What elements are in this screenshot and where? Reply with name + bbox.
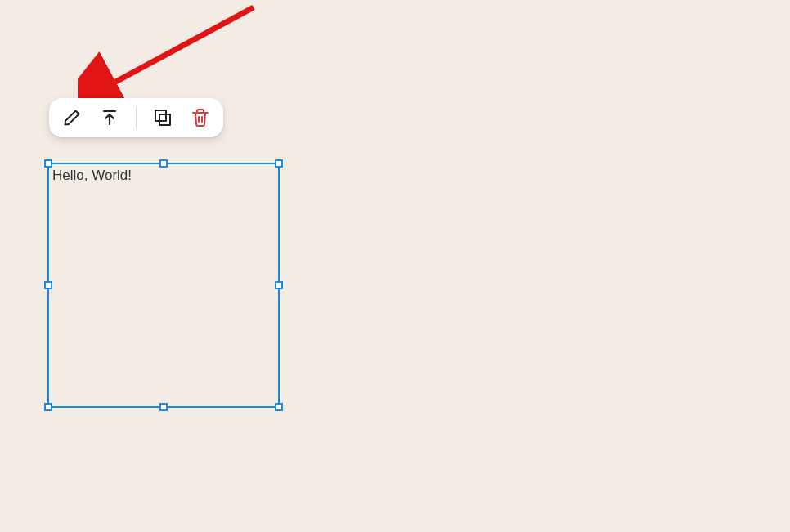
resize-handle-bottom-middle[interactable] <box>159 403 168 411</box>
resize-handle-top-left[interactable] <box>44 159 52 168</box>
pencil-icon <box>62 108 82 127</box>
annotation-arrow-icon <box>78 4 266 110</box>
resize-handle-middle-right[interactable] <box>275 281 283 289</box>
bring-to-front-button[interactable] <box>98 106 121 129</box>
trash-icon <box>191 108 210 127</box>
resize-handle-bottom-left[interactable] <box>44 403 52 411</box>
resize-handle-bottom-right[interactable] <box>275 403 283 411</box>
svg-line-1 <box>101 7 254 90</box>
duplicate-button[interactable] <box>151 106 174 129</box>
svg-rect-5 <box>159 114 170 125</box>
floating-toolbar <box>49 98 223 137</box>
edit-button[interactable] <box>61 106 83 129</box>
duplicate-icon <box>153 108 173 127</box>
resize-handle-top-right[interactable] <box>275 159 283 168</box>
arrow-up-to-line-icon <box>100 108 119 127</box>
svg-rect-4 <box>155 110 166 121</box>
resize-handle-middle-left[interactable] <box>44 281 52 289</box>
selected-text-box[interactable]: Hello, World! <box>47 163 280 408</box>
delete-button[interactable] <box>189 106 212 129</box>
toolbar-divider <box>136 107 137 128</box>
text-content[interactable]: Hello, World! <box>49 164 278 187</box>
resize-handle-top-middle[interactable] <box>159 159 168 168</box>
